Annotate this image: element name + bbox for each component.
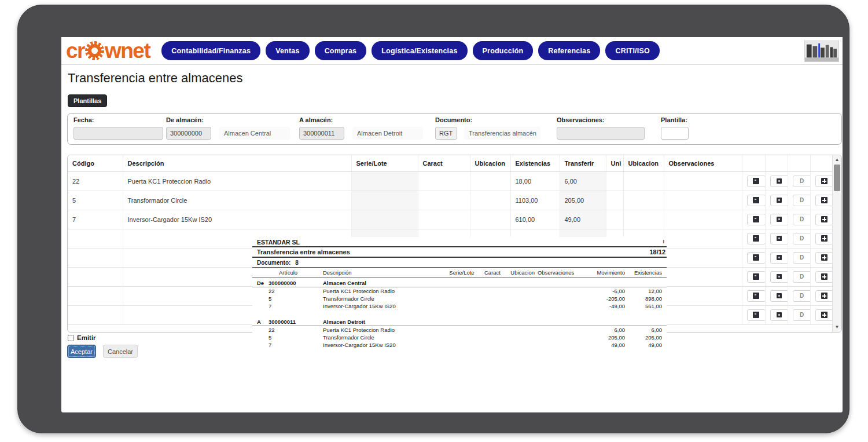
- table-row: 5 Transformador Circle 1103,00 205,00 D: [68, 191, 833, 210]
- emitir-checkbox[interactable]: [68, 335, 74, 341]
- row-detail-button[interactable]: D: [793, 309, 811, 321]
- row-detail-button[interactable]: D: [793, 290, 811, 302]
- cell-uni[interactable]: [606, 210, 623, 229]
- cell-observaciones[interactable]: [664, 305, 742, 324]
- plantilla-input[interactable]: [661, 127, 689, 140]
- row-add-button[interactable]: [815, 309, 833, 321]
- nav-item-log-stica-existencias[interactable]: Logística/Existencias: [372, 41, 467, 60]
- cell-observaciones[interactable]: [664, 229, 742, 248]
- cell-observaciones[interactable]: [664, 286, 742, 305]
- row-detail-button[interactable]: D: [793, 252, 811, 264]
- row-box-button[interactable]: [770, 233, 788, 244]
- report-item-movimiento: 205,00: [588, 334, 625, 341]
- nav-item-referencias[interactable]: Referencias: [538, 41, 600, 60]
- row-detail-button[interactable]: D: [793, 176, 811, 187]
- cell-transferir[interactable]: 205,00: [560, 191, 606, 210]
- nav-item-criti-iso[interactable]: CRITI/ISO: [605, 41, 659, 60]
- row-detail-button[interactable]: D: [793, 214, 811, 225]
- cell-observaciones[interactable]: [664, 171, 742, 191]
- cell-ubicacion-2[interactable]: [623, 210, 664, 229]
- nav-item-ventas[interactable]: Ventas: [266, 41, 310, 60]
- cell-codigo[interactable]: 5: [68, 191, 123, 210]
- row-add-button[interactable]: [815, 195, 833, 206]
- cell-uni[interactable]: [606, 191, 623, 210]
- documento-input[interactable]: [435, 127, 457, 140]
- cell-codigo[interactable]: [68, 286, 123, 305]
- col-header-action-1: [742, 155, 765, 171]
- nav-item-compras[interactable]: Compras: [315, 41, 367, 60]
- report-item-existencias: 561,00: [625, 302, 662, 310]
- row-add-button[interactable]: [815, 176, 833, 187]
- cell-descripcion[interactable]: Inversor-Cargador 15Kw IS20: [123, 210, 351, 229]
- detail-d-label: D: [800, 312, 804, 318]
- row-grid-button[interactable]: [747, 214, 766, 225]
- cell-caract[interactable]: [418, 171, 470, 191]
- row-grid-button[interactable]: [747, 290, 766, 302]
- cell-observaciones[interactable]: [664, 210, 742, 229]
- logo-text-post: wnet: [105, 40, 150, 61]
- row-box-button[interactable]: [770, 252, 788, 264]
- cell-transferir[interactable]: 6,00: [560, 171, 606, 191]
- nav-item-producci-n[interactable]: Producción: [473, 41, 534, 60]
- cell-serie-lote[interactable]: [351, 171, 418, 191]
- cell-codigo[interactable]: [68, 267, 123, 286]
- cell-codigo[interactable]: 22: [68, 171, 123, 191]
- row-grid-button[interactable]: [747, 195, 766, 206]
- row-box-button[interactable]: [770, 176, 788, 187]
- cell-observaciones[interactable]: [664, 191, 742, 210]
- row-add-button[interactable]: [815, 271, 833, 283]
- row-grid-button[interactable]: [747, 176, 766, 187]
- cell-ubicacion-1[interactable]: [470, 191, 510, 210]
- scroll-thumb[interactable]: [834, 165, 840, 191]
- row-add-button[interactable]: [815, 252, 833, 264]
- plantillas-button[interactable]: Plantillas: [68, 94, 107, 107]
- row-box-button[interactable]: [770, 290, 788, 302]
- cell-observaciones[interactable]: [664, 267, 742, 286]
- row-box-button[interactable]: [770, 309, 788, 321]
- row-grid-button[interactable]: [747, 271, 766, 283]
- cell-codigo[interactable]: [68, 305, 123, 324]
- row-box-button[interactable]: [770, 271, 788, 283]
- row-add-button[interactable]: [815, 290, 833, 302]
- row-box-button[interactable]: [770, 214, 788, 225]
- aceptar-button[interactable]: Aceptar: [67, 345, 96, 358]
- cell-codigo[interactable]: [68, 248, 123, 267]
- row-detail-button[interactable]: D: [793, 233, 811, 244]
- cell-caract[interactable]: [418, 191, 470, 210]
- row-add-button[interactable]: [815, 233, 833, 244]
- row-grid-button[interactable]: [747, 252, 766, 264]
- cell-descripcion[interactable]: Puerta KC1 Proteccion Radio: [123, 171, 351, 191]
- row-detail-button[interactable]: D: [793, 195, 811, 206]
- fecha-input[interactable]: [73, 127, 163, 140]
- cell-ubicacion-2[interactable]: [623, 171, 664, 191]
- cell-ubicacion-1[interactable]: [470, 210, 510, 229]
- observaciones-input[interactable]: [557, 127, 645, 140]
- row-grid-button[interactable]: [747, 233, 766, 244]
- plus-square-icon: [821, 216, 827, 222]
- row-grid-button[interactable]: [747, 309, 766, 321]
- cell-transferir[interactable]: 49,00: [560, 210, 606, 229]
- cell-codigo[interactable]: [68, 229, 123, 248]
- report-item-row: 7 Inversor-Cargador 15Kw IS20 -49,00 561…: [252, 302, 667, 310]
- cell-serie-lote[interactable]: [351, 210, 418, 229]
- cell-caract[interactable]: [418, 210, 470, 229]
- app-page: cr wnet Contabilidad/FinanzasVentasCompr…: [61, 37, 843, 412]
- de-almacen-input[interactable]: [166, 127, 211, 140]
- row-add-button[interactable]: [815, 214, 833, 225]
- vertical-scrollbar[interactable]: ▲ ▼: [832, 155, 841, 332]
- nav-item-contabilidad-finanzas[interactable]: Contabilidad/Finanzas: [161, 41, 260, 60]
- cell-ubicacion-2[interactable]: [623, 191, 664, 210]
- cell-serie-lote[interactable]: [351, 191, 418, 210]
- scroll-up-arrow[interactable]: ▲: [833, 156, 841, 164]
- cell-uni[interactable]: [606, 171, 623, 191]
- scroll-down-arrow[interactable]: ▼: [833, 323, 841, 331]
- cell-descripcion[interactable]: Transformador Circle: [123, 191, 351, 210]
- cell-ubicacion-1[interactable]: [470, 171, 510, 191]
- page-title: Transferencia entre almacenes: [68, 71, 242, 86]
- cell-observaciones[interactable]: [664, 248, 742, 267]
- cancelar-button[interactable]: Cancelar: [103, 345, 138, 358]
- a-almacen-input[interactable]: [299, 127, 344, 140]
- cell-codigo[interactable]: 7: [68, 210, 123, 229]
- row-detail-button[interactable]: D: [793, 271, 811, 283]
- row-box-button[interactable]: [770, 195, 788, 206]
